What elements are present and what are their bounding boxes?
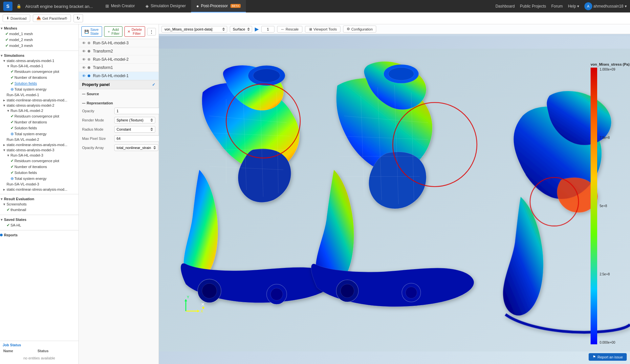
sim-item-residuum2[interactable]: ✔ Residuum convergence plot [0,113,78,119]
main-layout: ▼ Meshes ✔ model_1 mesh ✔ model_2 mesh ✔… [0,24,630,364]
surface-selector[interactable]: Surface [230,26,252,32]
refresh-button[interactable]: ↻ [74,14,83,22]
sim-item-energy2[interactable]: ⊕ Total system energy [0,131,78,137]
svg-text:✕: ✕ [201,302,205,307]
sim-item-sa3[interactable]: ▼ static-stress-analysis-model-3 [0,147,78,153]
sim-item-iterations1[interactable]: ✔ Number of iterations [0,75,78,80]
play-button[interactable]: ▶ [255,26,259,32]
post-icon: ● [196,4,199,9]
sim-item-energy3[interactable]: ⊕ Total system energy [0,176,78,182]
sim-item-vl1[interactable]: Run-SA-VL-model-1 [0,92,78,97]
sim-item-solution2[interactable]: ✔ Solution fields [0,125,78,131]
max-pixel-size-input[interactable] [114,135,164,142]
property-panel-header[interactable]: Property panel ✓ [79,80,159,89]
sim-item-run-hl1[interactable]: ▼ Run-SA-HL-model-1 [0,63,78,69]
sim-item-sa1[interactable]: ▼ static-stress-analysis-model-1 [0,58,78,63]
pipeline-item-1[interactable]: 👁 Run-SA-HL-model-3 [79,39,159,47]
simulations-header[interactable]: ▼ Simulations [0,53,78,58]
paraview-button[interactable]: 📥 Get ParaView® [33,14,71,22]
sim-item-run-hl2[interactable]: ▼ Run-SA-HL-model-2 [0,108,78,113]
screenshots-item[interactable]: ▼ Screenshots [0,202,78,207]
sim-item-vl2[interactable]: Run-SA-VL-model-2 [0,137,78,142]
legend-labels: 1.000e+09 7.5e+8 5e+8 2.5e+8 0.000e+00 [599,68,615,344]
eye-icon: 👁 [82,66,86,70]
sim-item-vl3[interactable]: Run-SA-VL-model-3 [0,182,78,187]
save-state-button[interactable]: 💾 Save State [81,26,102,37]
mesh-item-3[interactable]: ✔ model_3 mesh [0,43,78,49]
viewport-tools-button[interactable]: 🖥 Viewport Tools [305,26,340,32]
meshes-section: ▼ Meshes ✔ model_1 mesh ✔ model_2 mesh ✔… [0,24,78,50]
saved-state-sa-hl[interactable]: ✔ SA-HL [0,222,78,228]
sim-item-sa2[interactable]: ▼ static-stress-analysis-model-2 [0,103,78,108]
result-evaluation-header[interactable]: ▼ Result Evaluation [0,196,78,202]
max-pixel-size-row: Max Pixel Size [79,134,159,143]
status-dot [88,58,90,61]
download-button[interactable]: ⬇ Download [3,14,30,22]
project-title: Aircraft engine bearing bracket an... [25,4,93,9]
tab-mesh-creator[interactable]: ⊞ Mesh Creator [100,0,140,12]
forum-link[interactable]: Forum [551,4,563,9]
pipeline-item-2[interactable]: 👁 Transform2 [79,47,159,55]
delete-filter-button[interactable]: ✕ Delete Filter [124,26,145,37]
status-dot [88,42,90,44]
pipeline-item-4[interactable]: 👁 Transform1 [79,64,159,72]
sim-item-residuum1[interactable]: ✔ Residuum convergence plot [0,69,78,75]
mesh-item-2[interactable]: ✔ model_2 mesh [0,37,78,43]
pipeline-item-5[interactable]: 👁 Run-SA-HL-model-1 [79,72,159,80]
svg-point-8 [341,284,354,298]
sim-item-energy1[interactable]: ⊕ Total system energy [0,86,78,92]
viewport-tools-icon: 🖥 [309,27,312,31]
lock-icon: 🔒 [16,4,21,9]
sim-item-iterations3[interactable]: ✔ Number of iterations [0,164,78,170]
saved-states-header[interactable]: ▼ Saved States [0,217,78,222]
sim-item-solution1[interactable]: ✔ Solution fields [0,80,78,86]
nav-tabs: ⊞ Mesh Creator ◈ Simulation Designer ● P… [100,0,246,12]
user-chevron-icon: ▾ [625,4,627,9]
sim-icon: ◈ [145,4,149,9]
rescale-button[interactable]: ↔ Rescale [277,26,302,32]
help-menu[interactable]: Help ▾ [568,4,579,9]
add-filter-button[interactable]: ＋ Add Filter [104,26,122,37]
rescale-icon: ↔ [281,27,284,31]
frame-number-input[interactable] [261,26,274,32]
chevron-down-icon: ▾ [577,4,579,9]
radius-mode-select[interactable]: Constant Scalar Vector [114,126,155,133]
save-icon: 💾 [84,30,89,34]
collapse-icon: — [82,101,85,105]
dashboard-link[interactable]: Dashboard [495,4,515,9]
source-section: — Source [79,89,159,98]
thumbnail-item[interactable]: ✔ thumbnail [0,207,78,213]
configuration-button[interactable]: ⚙ Configuration [343,26,376,32]
sim-item-run-hl3[interactable]: ▼ Run-SA-HL-model-3 [0,153,78,158]
sim-item-residuum3[interactable]: ✔ Residuum convergence plot [0,158,78,164]
opacity-array-select[interactable]: total_nonlinear_strain von_Mises_stress … [114,144,158,151]
render-mode-select[interactable]: Sphere (Texture) Sphere Point Gaussian S… [114,117,155,123]
field-selector[interactable]: von_Mises_stress [point-data] [162,26,227,32]
tab-simulation-designer[interactable]: ◈ Simulation Designer [140,0,191,12]
pipeline-item-3[interactable]: 👁 Run-SA-HL-model-2 [79,55,159,64]
check-icon: ✔ [7,207,10,212]
collapse-icon: — [82,92,85,96]
meshes-header[interactable]: ▼ Meshes [0,26,78,31]
source-section-title[interactable]: — Source [79,91,159,97]
sim-item-solution3[interactable]: ✔ Solution fields [0,170,78,176]
tab-post-processor[interactable]: ● Post-Processor BETA [191,0,246,12]
sim-item-snl1[interactable]: ► static-nonlinear-stress-analysis-mod..… [0,97,78,103]
report-issue-button[interactable]: ⚑ Report an issue [589,353,627,361]
public-projects-link[interactable]: Public Projects [520,4,546,9]
options-button[interactable]: ⋮ [147,28,156,35]
opacity-input[interactable] [114,108,164,114]
top-navigation: S 🔒 Aircraft engine bearing bracket an..… [0,0,630,12]
sim-item-iterations2[interactable]: ✔ Number of iterations [0,119,78,125]
reports-header[interactable]: Reports [0,232,78,238]
sim-item-snl2[interactable]: ► static-nonlinear-stress-analysis-mod..… [0,142,78,147]
main-toolbar: ⬇ Download 📥 Get ParaView® ↻ [0,12,630,24]
grid-icon: ⊞ [105,4,109,9]
sim-item-snl3[interactable]: ► static-nonlinear-stress-analysis-mod..… [0,187,78,192]
representation-section-title[interactable]: — Representation [79,100,159,106]
pipeline-toolbar: 💾 Save State ＋ Add Filter ✕ Delete Filte… [79,24,159,39]
mesh-item-1[interactable]: ✔ model_1 mesh [0,31,78,37]
user-menu[interactable]: A ahmedhussain18 ▾ [584,2,627,10]
delete-icon: ✕ [127,30,130,34]
svg-point-6 [253,69,280,82]
